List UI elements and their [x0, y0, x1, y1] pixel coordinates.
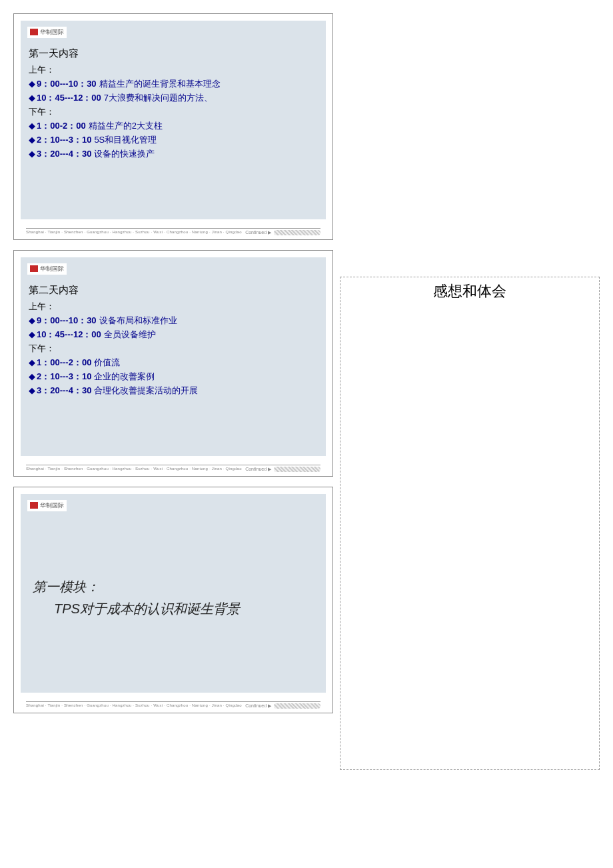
logo: 华制国际 — [27, 27, 67, 38]
slide1-item2: ◆ 10：45---12：00 7大浪费和解决问题的方法、 — [29, 92, 319, 104]
progress-bar-icon — [274, 230, 320, 235]
logo: 华制国际 — [27, 500, 67, 511]
module-label: 第一模块： — [33, 578, 319, 596]
slide1-item1: ◆ 9：00---10：30 精益生产的诞生背景和基本理念 — [29, 78, 319, 90]
continued-indicator: Continued ▶ — [245, 703, 320, 709]
slide2-pm: 下午： — [29, 343, 319, 355]
slide-module1: 华制国际 第一模块： TPS对于成本的认识和诞生背景 Shanghai · Ti… — [13, 487, 333, 713]
notes-panel: 感想和体会 — [340, 277, 600, 770]
diamond-icon: ◆ — [29, 357, 35, 367]
slide2-item5: ◆ 3：20---4：30 合理化改善提案活动的开展 — [29, 385, 319, 397]
slide2-item3: ◆ 1：00---2：00 价值流 — [29, 357, 319, 369]
diamond-icon: ◆ — [29, 149, 35, 159]
slide2-title: 第二天内容 — [29, 284, 319, 297]
continued-indicator: Continued ▶ — [245, 230, 320, 235]
slide2-am: 上午： — [29, 301, 319, 313]
diamond-icon: ◆ — [29, 385, 35, 395]
slide2-item1: ◆ 9：00---10：30 设备布局和标准作业 — [29, 315, 319, 327]
logo-text: 华制国际 — [40, 265, 64, 273]
slide1-item3: ◆ 1：00-2：00 精益生产的2大支柱 — [29, 120, 319, 132]
logo: 华制国际 — [27, 263, 67, 275]
logo-text: 华制国际 — [40, 501, 64, 510]
slide1-am: 上午： — [29, 64, 319, 76]
progress-bar-icon — [274, 467, 320, 472]
slide1-title: 第一天内容 — [29, 47, 319, 60]
diamond-icon: ◆ — [29, 135, 35, 145]
diamond-icon: ◆ — [29, 121, 35, 131]
diamond-icon: ◆ — [29, 93, 35, 103]
slide-day2: 华制国际 第二天内容 上午： ◆ 9：00---10：30 设备布局和标准作业 … — [13, 250, 333, 477]
diamond-icon: ◆ — [29, 315, 35, 325]
logo-text: 华制国际 — [40, 28, 64, 37]
logo-mark-icon — [30, 29, 38, 35]
notes-title: 感想和体会 — [340, 281, 599, 301]
slide-day1: 华制国际 第一天内容 上午： ◆ 9：00---10：30 精益生产的诞生背景和… — [13, 13, 333, 240]
slide1-item5: ◆ 3：20---4：30 设备的快速换产 — [29, 148, 319, 160]
slide1-item4: ◆ 2：10---3：10 5S和目视化管理 — [29, 134, 319, 146]
diamond-icon: ◆ — [29, 329, 35, 339]
diamond-icon: ◆ — [29, 79, 35, 89]
logo-mark-icon — [30, 265, 38, 272]
progress-bar-icon — [274, 703, 320, 709]
diamond-icon: ◆ — [29, 371, 35, 381]
slide1-pm: 下午： — [29, 106, 319, 118]
module-title: TPS对于成本的认识和诞生背景 — [54, 600, 319, 618]
logo-mark-icon — [30, 502, 38, 509]
slide2-item4: ◆ 2：10---3：10 企业的改善案例 — [29, 371, 319, 383]
slide2-item2: ◆ 10：45---12：00 全员设备维护 — [29, 329, 319, 341]
continued-indicator: Continued ▶ — [245, 467, 320, 472]
